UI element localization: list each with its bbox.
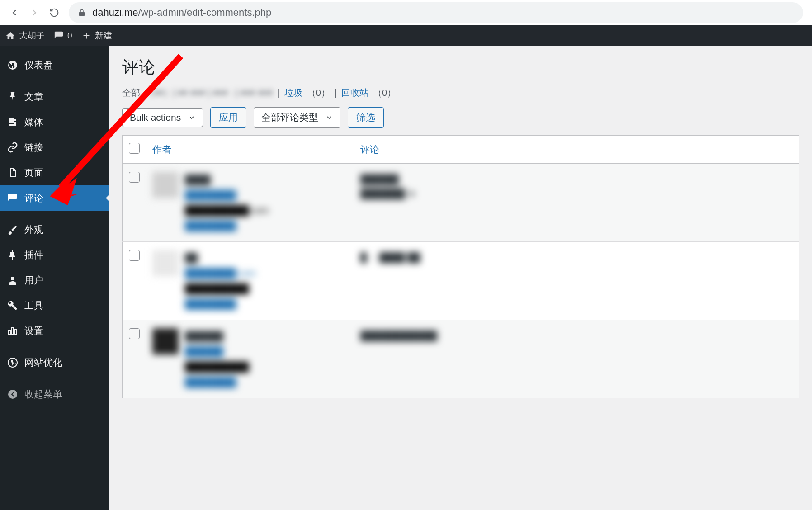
comment-type-select[interactable]: 全部评论类型 (254, 107, 340, 128)
sidebar-item-label: 工具 (24, 299, 43, 312)
page-title: 评论 (122, 56, 799, 79)
tool-icon (7, 300, 18, 311)
sidebar-item-label: 仪表盘 (24, 59, 53, 71)
wordpress-icon (7, 357, 18, 368)
author-cell: ██ ████████.com ██████████ ████████ (152, 250, 348, 312)
comment-icon (7, 193, 18, 203)
page-icon (7, 167, 18, 178)
adminbar-new-label: 新建 (95, 30, 112, 42)
avatar (152, 328, 179, 354)
filter-spam[interactable]: 垃圾 (284, 87, 302, 99)
sidebar-item-label: 网站优化 (24, 356, 62, 369)
settings-icon (7, 326, 18, 336)
sidebar-item-label: 页面 (24, 166, 43, 179)
apply-button[interactable]: 应用 (210, 107, 246, 128)
svg-rect-2 (15, 329, 17, 335)
sidebar-item-tools[interactable]: 工具 (0, 293, 109, 318)
author-cell: ██████ ██████ ██████████ ████████ (152, 328, 348, 390)
adminbar-comments[interactable]: 0 (54, 31, 72, 41)
sidebar-item-label: 设置 (24, 325, 43, 337)
filter-trash[interactable]: 回收站 (341, 87, 368, 99)
sidebar-item-settings[interactable]: 设置 (0, 318, 109, 344)
adminbar-site-name: 大胡子 (19, 30, 45, 42)
bulk-action-select[interactable]: Bulk actions (122, 108, 203, 127)
user-icon (7, 275, 18, 286)
svg-rect-0 (9, 330, 10, 335)
svg-point-4 (8, 390, 17, 399)
sidebar-item-comments[interactable]: 评论 (0, 185, 109, 211)
admin-sidebar: 仪表盘 文章 媒体 链接 页面 评论 外观 插件 (0, 46, 109, 510)
author-cell: ████ ████████ ██████████.com ████████ (152, 172, 348, 233)
col-comment[interactable]: 评论 (354, 136, 799, 164)
sidebar-item-dashboard[interactable]: 仪表盘 (0, 52, 109, 78)
sidebar-item-links[interactable]: 链接 (0, 135, 109, 160)
sidebar-item-label: 评论 (24, 192, 43, 204)
sidebar-item-users[interactable]: 用户 (0, 268, 109, 293)
filter-spam-count: （0） (307, 87, 330, 99)
filter-all[interactable]: 全部 (122, 87, 140, 99)
sidebar-item-plugins[interactable]: 插件 (0, 242, 109, 268)
author-info: ██ ████████.com ██████████ ████████ (185, 250, 256, 312)
table-row: ██████ ██████ ██████████ ████████ ██████… (123, 320, 799, 398)
sidebar-item-label: 插件 (24, 249, 43, 261)
col-author[interactable]: 作者 (146, 136, 354, 164)
sidebar-item-appearance[interactable]: 外观 (0, 217, 109, 242)
table-row: ██ ████████.com ██████████ ████████ █ · … (123, 242, 799, 320)
filter-button[interactable]: 筛选 (348, 107, 384, 128)
chevron-down-icon (188, 114, 195, 121)
comment-cell: █████████████ ★ (354, 164, 799, 242)
sidebar-item-media[interactable]: 媒体 (0, 109, 109, 135)
tablenav: Bulk actions 应用 全部评论类型 筛选 (122, 107, 799, 128)
content-area: 评论 全部 （##）| ## ### | ### · | ### ### | 垃… (109, 46, 812, 510)
row-checkbox[interactable] (123, 164, 146, 242)
row-checkbox[interactable] (123, 320, 146, 398)
plus-icon (81, 31, 91, 41)
adminbar-comment-count: 0 (67, 31, 72, 41)
avatar (152, 250, 179, 276)
comment-status-filters: 全部 （##）| ## ### | ### · | ### ### | 垃圾 （… (122, 87, 799, 99)
sidebar-item-label: 链接 (24, 141, 43, 154)
back-button[interactable] (9, 7, 20, 18)
collapse-icon (7, 389, 18, 400)
chevron-down-icon (326, 114, 333, 121)
sidebar-item-posts[interactable]: 文章 (0, 84, 109, 109)
main-layout: 仪表盘 文章 媒体 链接 页面 评论 外观 插件 (0, 46, 812, 510)
svg-rect-1 (12, 327, 14, 335)
col-check (123, 136, 146, 164)
sidebar-item-collapse[interactable]: 收起菜单 (0, 382, 109, 407)
lock-icon (78, 9, 86, 17)
author-info: ████ ████████ ██████████.com ████████ (185, 172, 269, 233)
home-icon (5, 31, 15, 41)
browser-nav (9, 7, 60, 18)
link-icon (7, 142, 18, 153)
brush-icon (7, 224, 18, 235)
sidebar-item-pages[interactable]: 页面 (0, 160, 109, 185)
url-path: /wp-admin/edit-comments.php (138, 7, 272, 18)
author-info: ██████ ██████ ██████████ ████████ (185, 328, 249, 390)
adminbar-site[interactable]: 大胡子 (5, 30, 45, 42)
sidebar-item-label: 媒体 (24, 116, 43, 128)
filter-trash-count: （0） (373, 87, 396, 99)
wp-admin-bar: 大胡子 0 新建 (0, 25, 812, 46)
filter-obscured: （##）| ## ### | ### · | ### ### (145, 87, 273, 99)
sidebar-item-label: 外观 (24, 223, 43, 236)
dashboard-icon (7, 60, 18, 71)
comment-cell: █ · · ████ ██ (354, 242, 799, 320)
reload-button[interactable] (49, 7, 60, 18)
browser-chrome: dahuzi.me/wp-admin/edit-comments.php (0, 0, 812, 25)
media-icon (7, 117, 18, 128)
sidebar-item-seo[interactable]: 网站优化 (0, 350, 109, 375)
bulk-action-label: Bulk actions (130, 112, 181, 123)
plugin-icon (7, 250, 18, 260)
adminbar-new[interactable]: 新建 (81, 30, 112, 42)
url-bar[interactable]: dahuzi.me/wp-admin/edit-comments.php (69, 2, 803, 23)
select-all-checkbox[interactable] (129, 145, 140, 156)
sidebar-item-label: 文章 (24, 90, 43, 103)
sidebar-item-label: 收起菜单 (24, 388, 62, 401)
row-checkbox[interactable] (123, 242, 146, 320)
forward-button[interactable] (29, 7, 40, 18)
table-row: ████ ████████ ██████████.com ████████ ██… (123, 164, 799, 242)
url-text: dahuzi.me/wp-admin/edit-comments.php (92, 7, 271, 19)
comments-table: 作者 评论 ████ ████████ ██████████.com (122, 135, 799, 398)
comment-type-label: 全部评论类型 (261, 111, 318, 124)
